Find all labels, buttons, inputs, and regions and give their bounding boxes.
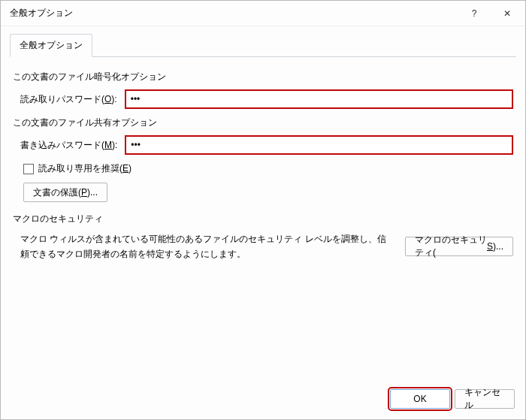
readonly-checkbox[interactable] <box>23 164 34 174</box>
write-password-row: 書き込みパスワード(M): <box>20 135 513 155</box>
readonly-recommend-row[interactable]: 読み取り専用を推奨(E) <box>23 162 513 175</box>
encryption-section-label: この文書のファイル暗号化オプション <box>13 71 513 83</box>
write-password-input[interactable] <box>125 135 513 155</box>
window-title: 全般オプション <box>10 7 458 20</box>
help-icon[interactable]: ? <box>458 2 491 25</box>
macro-security-button[interactable]: マクロのセキュリティ(S)... <box>405 237 513 256</box>
ok-button[interactable]: OK <box>390 389 450 409</box>
share-section-label: この文書のファイル共有オプション <box>13 116 513 129</box>
macro-description: マクロ ウィルスが含まれている可能性のあるファイルのセキュリティ レベルを調整し… <box>20 231 388 262</box>
close-icon[interactable]: ✕ <box>491 2 524 25</box>
read-password-label: 読み取りパスワード(O): <box>20 93 117 106</box>
write-password-label: 書き込みパスワード(M): <box>20 139 117 152</box>
dialog-footer: OK キャンセル <box>1 382 525 419</box>
macro-row: マクロ ウィルスが含まれている可能性のあるファイルのセキュリティ レベルを調整し… <box>20 231 513 262</box>
read-password-row: 読み取りパスワード(O): <box>20 89 513 109</box>
content-area: この文書のファイル暗号化オプション 読み取りパスワード(O): この文書のファイ… <box>1 57 525 382</box>
cancel-button[interactable]: キャンセル <box>455 389 515 409</box>
readonly-label: 読み取り専用を推奨(E) <box>38 162 132 175</box>
tab-strip: 全般オプション <box>1 26 525 57</box>
macro-section-label: マクロのセキュリティ <box>13 213 513 225</box>
protect-document-button[interactable]: 文書の保護(P)... <box>23 183 107 202</box>
general-options-dialog: 全般オプション ? ✕ 全般オプション この文書のファイル暗号化オプション 読み… <box>0 0 526 420</box>
titlebar: 全般オプション ? ✕ <box>1 1 525 26</box>
read-password-input[interactable] <box>125 89 513 109</box>
tab-general-options[interactable]: 全般オプション <box>10 34 92 57</box>
